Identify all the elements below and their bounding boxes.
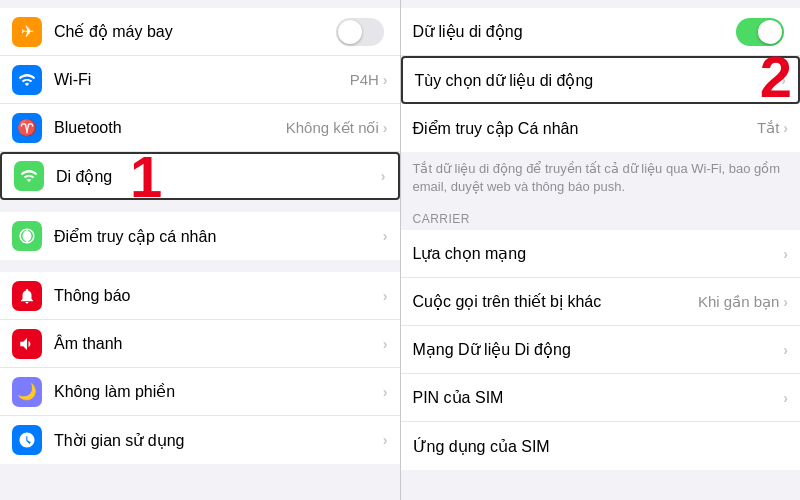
sounds-label: Âm thanh (54, 335, 383, 353)
cellular-label: Di động (56, 167, 381, 186)
hotspot-chevron: › (383, 228, 388, 244)
sim-app-label: Ứng dụng của SIM (413, 437, 789, 456)
cellular-data-options-row[interactable]: Tùy chọn dữ liệu di động › (401, 56, 801, 104)
donotdisturb-row[interactable]: 🌙 Không làm phiền › (0, 368, 400, 416)
personal-hotspot-chevron: › (783, 120, 788, 136)
sounds-chevron: › (383, 336, 388, 352)
screentime-icon (12, 425, 42, 455)
right-panel: Dữ liệu di động Tùy chọn dữ liệu di động… (401, 0, 801, 500)
sim-pin-chevron: › (783, 390, 788, 406)
personal-hotspot-row[interactable]: Điểm truy cập Cá nhân Tắt › (401, 104, 801, 152)
wifi-calling-chevron: › (783, 294, 788, 310)
hotspot-icon (12, 221, 42, 251)
donotdisturb-icon: 🌙 (12, 377, 42, 407)
network-select-row[interactable]: Lựa chọn mạng › (401, 230, 801, 278)
cellular-data-row[interactable]: Dữ liệu di động (401, 8, 801, 56)
wifi-icon (12, 65, 42, 95)
sim-pin-row[interactable]: PIN của SIM › (401, 374, 801, 422)
wifi-calling-value: Khi gần bạn (698, 293, 779, 311)
bluetooth-icon: ♈ (12, 113, 42, 143)
group-1: ✈ Chế độ máy bay Wi-Fi P4H › ♈ Bluetooth… (0, 8, 400, 200)
bluetooth-value: Không kết nối (286, 119, 379, 137)
carrier-header: CARRIER (401, 204, 801, 230)
cellular-chevron: › (381, 168, 386, 184)
sounds-row[interactable]: Âm thanh › (0, 320, 400, 368)
cellular-icon (14, 161, 44, 191)
airplane-label: Chế độ máy bay (54, 22, 336, 41)
right-group-1: Dữ liệu di động Tùy chọn dữ liệu di động… (401, 8, 801, 152)
mobile-data-network-chevron: › (783, 342, 788, 358)
wifi-calling-label: Cuộc gọi trên thiết bị khác (413, 292, 698, 311)
bluetooth-row[interactable]: ♈ Bluetooth Không kết nối › (0, 104, 400, 152)
wifi-row[interactable]: Wi-Fi P4H › (0, 56, 400, 104)
network-select-label: Lựa chọn mạng (413, 244, 784, 263)
wifi-value: P4H (350, 71, 379, 88)
group-2: Điểm truy cập cá nhân › (0, 212, 400, 260)
airplane-row[interactable]: ✈ Chế độ máy bay (0, 8, 400, 56)
cellular-row[interactable]: Di động › (0, 152, 400, 200)
cellular-data-label: Dữ liệu di động (413, 22, 737, 41)
screentime-chevron: › (383, 432, 388, 448)
cellular-data-options-chevron: › (781, 72, 786, 88)
notifications-icon (12, 281, 42, 311)
info-text: Tắt dữ liệu di động để truyền tất cả dữ … (401, 152, 801, 204)
airplane-icon: ✈ (12, 17, 42, 47)
mobile-data-network-row[interactable]: Mạng Dữ liệu Di động › (401, 326, 801, 374)
notifications-label: Thông báo (54, 287, 383, 305)
screentime-row[interactable]: Thời gian sử dụng › (0, 416, 400, 464)
cellular-data-options-label: Tùy chọn dữ liệu di động (415, 71, 782, 90)
personal-hotspot-label: Điểm truy cập Cá nhân (413, 119, 757, 138)
left-panel: ✈ Chế độ máy bay Wi-Fi P4H › ♈ Bluetooth… (0, 0, 400, 500)
airplane-toggle[interactable] (336, 18, 384, 46)
sounds-icon (12, 329, 42, 359)
network-select-chevron: › (783, 246, 788, 262)
notifications-chevron: › (383, 288, 388, 304)
sim-app-row[interactable]: Ứng dụng của SIM (401, 422, 801, 470)
sim-pin-label: PIN của SIM (413, 388, 784, 407)
bluetooth-label: Bluetooth (54, 119, 286, 137)
bluetooth-chevron: › (383, 120, 388, 136)
wifi-label: Wi-Fi (54, 71, 350, 89)
hotspot-row[interactable]: Điểm truy cập cá nhân › (0, 212, 400, 260)
donotdisturb-label: Không làm phiền (54, 382, 383, 401)
carrier-group: Lựa chọn mạng › Cuộc gọi trên thiết bị k… (401, 230, 801, 470)
donotdisturb-chevron: › (383, 384, 388, 400)
notifications-row[interactable]: Thông báo › (0, 272, 400, 320)
personal-hotspot-value: Tắt (757, 119, 779, 137)
hotspot-label: Điểm truy cập cá nhân (54, 227, 383, 246)
wifi-chevron: › (383, 72, 388, 88)
wifi-calling-row[interactable]: Cuộc gọi trên thiết bị khác Khi gần bạn … (401, 278, 801, 326)
mobile-data-network-label: Mạng Dữ liệu Di động (413, 340, 784, 359)
group-3: Thông báo › Âm thanh › 🌙 Không làm phiền… (0, 272, 400, 464)
screentime-label: Thời gian sử dụng (54, 431, 383, 450)
cellular-data-toggle[interactable] (736, 18, 784, 46)
